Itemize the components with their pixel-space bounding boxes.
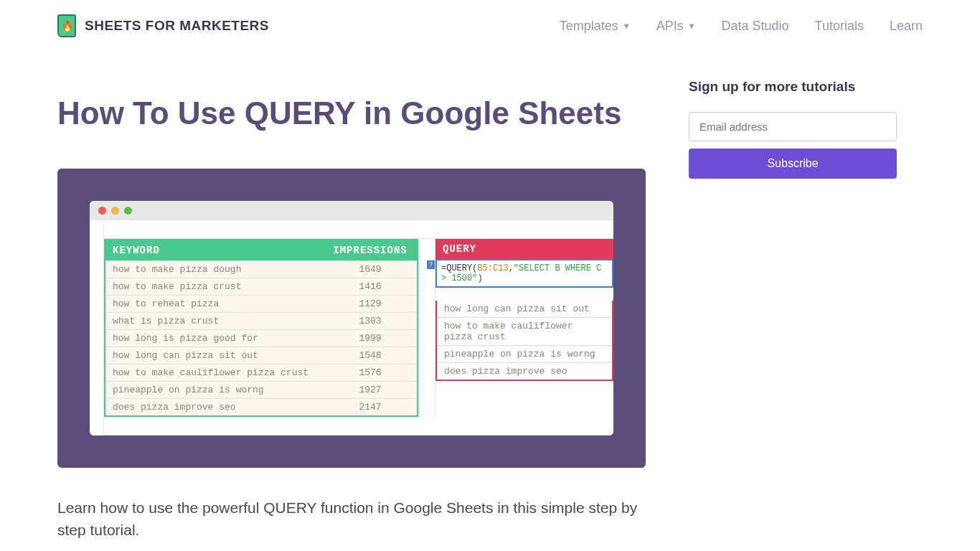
result-row: how to make cauliflower pizza crust [437, 317, 612, 345]
page-title: How To Use QUERY in Google Sheets [57, 95, 646, 133]
window-titlebar [90, 201, 613, 220]
col-query: QUERY [435, 239, 613, 259]
logo[interactable]: SHEETS FOR MARKETERS [57, 14, 269, 37]
query-formula: ? =QUERY(B5:C13,"SELECT B WHERE C > 1500… [435, 259, 613, 288]
hero-image: KEYWORD IMPRESSIONS how to make pizza do… [57, 169, 646, 468]
nav-learn[interactable]: Learn [890, 19, 923, 34]
main-nav: Templates▼ APIs▼ Data Studio Tutorials L… [560, 19, 923, 34]
maximize-icon [124, 207, 132, 215]
logo-icon [57, 14, 76, 37]
result-row: how long can pizza sit out [437, 301, 612, 317]
table-row: how to reheat pizza1129 [105, 295, 417, 312]
table-row: how to make cauliflower pizza crust1576 [105, 364, 417, 381]
nav-datastudio[interactable]: Data Studio [722, 19, 789, 34]
col-impressions: IMPRESSIONS [324, 240, 417, 260]
close-icon [98, 207, 106, 215]
minimize-icon [111, 207, 119, 215]
table-row: what is pizza crust1303 [105, 312, 417, 329]
table-row: how to make pizza dough1649 [105, 260, 417, 278]
nav-templates[interactable]: Templates▼ [560, 19, 631, 34]
col-keyword: KEYWORD [105, 240, 324, 260]
result-row: does pizza improve seo [437, 362, 612, 380]
result-row: pineapple on pizza is worng [437, 345, 612, 362]
nav-apis[interactable]: APIs▼ [656, 19, 696, 34]
chevron-down-icon: ▼ [688, 22, 696, 30]
brand-name: SHEETS FOR MARKETERS [85, 18, 269, 34]
table-row: how to make pizza crust1416 [105, 278, 417, 295]
subscribe-button[interactable]: Subscribe [689, 149, 897, 179]
table-row: how long can pizza sit out1548 [105, 347, 417, 364]
chevron-down-icon: ▼ [623, 22, 631, 30]
nav-tutorials[interactable]: Tutorials [815, 19, 864, 34]
sidebar-title: Sign up for more tutorials [689, 79, 897, 95]
article-intro: Learn how to use the powerful QUERY func… [57, 496, 646, 542]
table-row: how long is pizza good for1999 [105, 329, 417, 347]
table-row: pineapple on pizza is worng1927 [105, 381, 417, 398]
email-field[interactable] [689, 112, 897, 141]
table-row: does pizza improve seo2147 [105, 398, 417, 415]
